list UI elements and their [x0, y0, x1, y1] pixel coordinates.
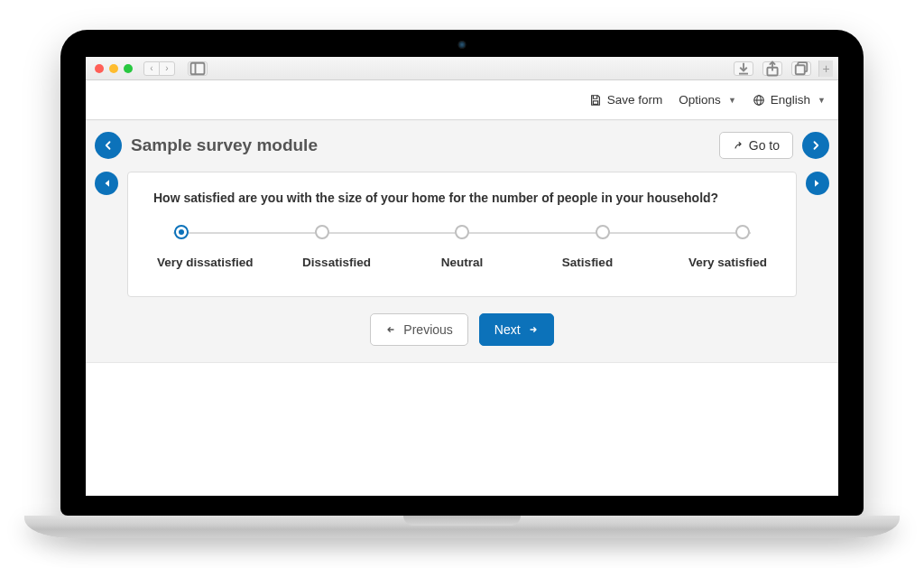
likert-scale: Very dissatisfiedDissatisfiedNeutralSati… [153, 225, 771, 269]
downloads-button[interactable] [734, 61, 753, 76]
next-label: Next [494, 322, 521, 337]
skip-back-icon [101, 178, 112, 189]
next-section-button[interactable] [802, 132, 829, 159]
page-title: Sample survey module [131, 135, 318, 155]
arrow-right-icon [528, 324, 539, 335]
likert-label-1: Dissatisfied [282, 256, 391, 269]
minimize-window-icon[interactable] [109, 64, 118, 73]
question-row: How satisfied are you with the size of y… [86, 164, 838, 297]
goto-arrow-icon [733, 140, 744, 151]
camera-icon [458, 41, 467, 49]
likert-option-0[interactable] [174, 225, 189, 239]
chevron-down-icon: ▼ [728, 96, 736, 105]
nav-row: Previous Next [86, 297, 838, 362]
language-label: English [771, 93, 810, 107]
laptop-mockup: ‹ › + [24, 30, 900, 538]
svg-rect-5 [593, 100, 597, 104]
likert-option-3[interactable] [596, 225, 610, 239]
browser-back-button[interactable]: ‹ [143, 61, 160, 76]
arrow-left-icon [385, 324, 396, 335]
skip-forward-icon [812, 178, 823, 189]
window-controls [95, 64, 133, 73]
likert-option-2[interactable] [455, 225, 469, 239]
browser-chrome: ‹ › + [86, 57, 838, 80]
svg-rect-0 [191, 62, 205, 74]
question-card: How satisfied are you with the size of y… [127, 172, 797, 297]
next-button[interactable]: Next [479, 313, 554, 346]
share-button[interactable] [762, 61, 782, 76]
first-question-button[interactable] [95, 172, 118, 195]
close-window-icon[interactable] [95, 64, 104, 73]
likert-option-4[interactable] [735, 225, 750, 239]
screen-bezel: ‹ › + [60, 30, 864, 516]
nav-back-forward: ‹ › [143, 61, 175, 76]
laptop-base [24, 516, 900, 538]
chevron-right-icon [810, 140, 821, 151]
language-dropdown[interactable]: English ▼ [753, 93, 826, 107]
goto-label: Go to [749, 138, 780, 153]
chevron-down-icon: ▼ [818, 96, 826, 105]
empty-space [86, 363, 838, 496]
browser-forward-button[interactable]: › [159, 61, 175, 76]
question-text: How satisfied are you with the size of y… [153, 191, 771, 205]
likert-label-2: Neutral [408, 256, 516, 269]
previous-label: Previous [403, 322, 452, 337]
options-dropdown[interactable]: Options ▼ [679, 93, 735, 107]
save-icon [589, 94, 602, 107]
options-label: Options [679, 93, 721, 107]
likert-option-1[interactable] [315, 225, 329, 239]
prev-section-button[interactable] [95, 132, 122, 159]
title-row: Sample survey module Go to [86, 121, 838, 164]
sidebar-toggle-button[interactable] [188, 61, 208, 76]
save-form-button[interactable]: Save form [589, 93, 663, 107]
chevron-left-icon [103, 140, 114, 151]
screen: ‹ › + [86, 57, 838, 496]
page-band: Sample survey module Go to Ho [86, 120, 838, 363]
zoom-window-icon[interactable] [124, 64, 133, 73]
likert-label-0: Very dissatisfied [157, 256, 265, 269]
likert-label-4: Very satisfied [659, 256, 767, 269]
previous-button[interactable]: Previous [370, 313, 467, 346]
globe-icon [753, 94, 765, 107]
svg-rect-4 [796, 65, 805, 74]
likert-label-3: Satisfied [533, 256, 642, 269]
new-tab-button[interactable]: + [818, 61, 833, 77]
likert-track [173, 225, 751, 241]
last-question-button[interactable] [806, 172, 829, 195]
goto-button[interactable]: Go to [719, 132, 793, 159]
save-form-label: Save form [607, 93, 663, 107]
app-toolbar: Save form Options ▼ English ▼ [86, 80, 838, 120]
tabs-button[interactable] [791, 61, 811, 76]
